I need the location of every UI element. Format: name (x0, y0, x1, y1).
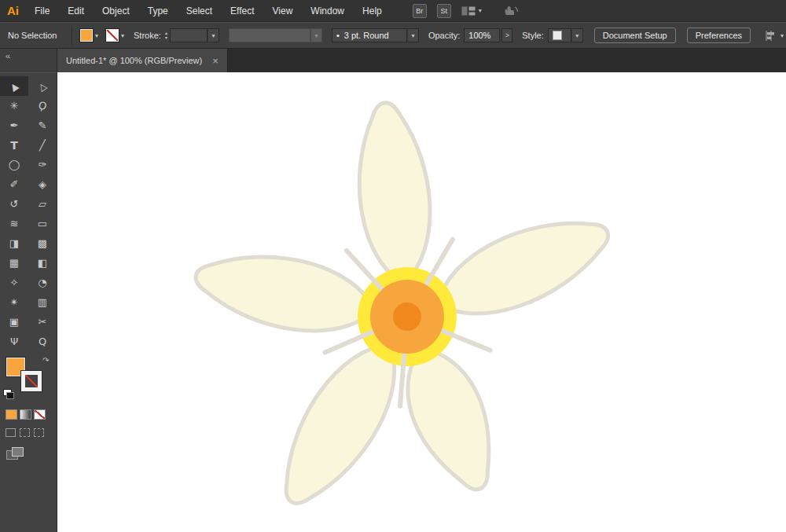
variable-width-profile-select (229, 28, 310, 42)
fill-chevron-icon[interactable]: ▾ (95, 32, 98, 39)
brush-chevron-icon[interactable]: ▾ (407, 28, 419, 42)
menu-edit[interactable]: Edit (68, 6, 84, 17)
gradient-button[interactable] (20, 409, 31, 420)
artwork[interactable] (57, 72, 786, 532)
style-swatch (553, 31, 562, 40)
stroke-weight-stepper[interactable]: ▴ ▾ (165, 31, 167, 40)
opacity-input[interactable]: 100% (464, 28, 500, 42)
selection-status: No Selection (8, 31, 64, 40)
document-tab-title: Untitled-1* @ 100% (RGB/Preview) (66, 56, 202, 65)
stepper-down-icon[interactable]: ▾ (165, 35, 167, 40)
line-segment-tool[interactable]: ╱ (28, 135, 57, 155)
scale-tool[interactable]: ▱ (28, 194, 57, 214)
variable-width-chevron-icon: ▾ (310, 28, 322, 42)
shape-builder-tool[interactable]: ◨ (0, 233, 28, 253)
draw-normal-button[interactable] (6, 428, 16, 437)
divider (72, 26, 72, 45)
stroke-color-swatch[interactable] (106, 29, 119, 42)
zoom-tool[interactable]: Q (28, 332, 57, 351)
menu-window[interactable]: Window (310, 6, 344, 17)
ellipse-tool[interactable]: ◯ (0, 155, 28, 174)
brush-preview-icon: • (336, 31, 340, 40)
graph-tool[interactable]: ▥ (28, 292, 57, 312)
none-button[interactable] (34, 409, 46, 420)
collapse-panels-button[interactable]: « (0, 49, 57, 72)
chevron-down-icon[interactable]: ▾ (479, 7, 482, 14)
swap-fill-stroke-icon[interactable]: ↷ (42, 356, 49, 365)
document-tab-bar: « Untitled-1* @ 100% (RGB/Preview) × (0, 49, 786, 72)
fill-color-swatch[interactable] (80, 29, 93, 42)
rotate-tool[interactable]: ↺ (0, 194, 28, 214)
slice-tool[interactable]: ✂ (28, 312, 57, 332)
document-setup-button[interactable]: Document Setup (594, 28, 676, 43)
control-bar: No Selection ▾ ▾ Stroke: ▴ ▾ ▾ ▾ • 3 pt.… (0, 22, 786, 49)
workspace-switcher-icon[interactable] (461, 6, 476, 16)
style-chevron-icon[interactable]: ▾ (571, 28, 583, 42)
align-chevron-icon[interactable]: ▾ (780, 32, 784, 39)
drawing-mode-buttons (0, 428, 57, 437)
opacity-label: Opacity: (428, 31, 460, 40)
menu-bar: Ai FileEditObjectTypeSelectEffectViewWin… (0, 0, 786, 22)
default-fill-stroke-icon[interactable] (3, 389, 12, 396)
lasso-tool[interactable]: Ϙ (28, 96, 57, 116)
type-tool[interactable]: T (0, 135, 28, 155)
mesh-tool[interactable]: ▦ (0, 253, 28, 273)
curvature-tool[interactable]: ✎ (28, 116, 57, 135)
direct-selection-tool[interactable]: △ (28, 76, 57, 96)
magic-wand-tool[interactable]: ✳ (0, 96, 28, 116)
tools-grid: ▲ △ ✳ Ϙ ✒ ✎ T (0, 73, 57, 351)
align-icon (765, 30, 778, 42)
menu-help[interactable]: Help (362, 6, 382, 17)
draw-behind-button[interactable] (20, 428, 30, 437)
document-tab[interactable]: Untitled-1* @ 100% (RGB/Preview) × (57, 49, 228, 72)
opacity-flyout-button[interactable]: > (501, 28, 512, 42)
hand-tool[interactable]: Ψ (0, 332, 28, 351)
color-button[interactable] (6, 409, 17, 420)
symbol-sprayer-tool[interactable]: ✴ (0, 292, 28, 312)
tools-panel: ▲ △ ✳ Ϙ ✒ ✎ T (0, 72, 57, 532)
pen-tool[interactable]: ✒ (0, 116, 28, 135)
selection-tool[interactable]: ▲ (0, 76, 28, 96)
menu-select[interactable]: Select (186, 6, 212, 17)
color-mode-buttons (0, 409, 57, 420)
stroke-label: Stroke: (134, 31, 161, 40)
paintbrush-tool[interactable]: ✑ (28, 155, 57, 174)
bridge-button[interactable]: Br (413, 4, 427, 18)
menu-effect[interactable]: Effect (230, 6, 254, 17)
stroke-swatch[interactable] (21, 371, 42, 391)
menu-file[interactable]: File (35, 6, 50, 17)
align-options[interactable]: ▾ (765, 30, 784, 42)
app-logo[interactable]: Ai (7, 4, 19, 17)
blend-tool[interactable]: ◔ (28, 273, 57, 292)
preferences-button[interactable]: Preferences (687, 28, 751, 43)
brush-definition-select[interactable]: • 3 pt. Round (332, 28, 407, 42)
close-icon[interactable]: × (212, 56, 219, 66)
screen-mode-button[interactable] (6, 447, 25, 461)
style-select[interactable] (548, 28, 571, 42)
menu-type[interactable]: Type (148, 6, 168, 17)
fill-stroke-indicator: ↷ (0, 356, 57, 402)
touch-workspace-icon[interactable] (502, 5, 520, 17)
collapse-icon: « (6, 51, 10, 61)
stroke-chevron-icon[interactable]: ▾ (121, 32, 124, 39)
draw-inside-button[interactable] (34, 428, 44, 437)
main-menu: FileEditObjectTypeSelectEffectViewWindow… (35, 6, 400, 17)
menu-view[interactable]: View (273, 6, 293, 17)
perspective-grid-tool[interactable]: ▩ (28, 233, 57, 253)
gradient-tool[interactable]: ◧ (28, 253, 57, 273)
eraser-tool[interactable]: ◈ (28, 174, 57, 194)
artboard-tool[interactable]: ▣ (0, 312, 28, 332)
pencil-tool[interactable]: ✐ (0, 174, 28, 194)
brush-name: 3 pt. Round (344, 31, 389, 40)
free-transform-tool[interactable]: ▭ (28, 214, 57, 233)
stroke-weight-select[interactable] (170, 28, 208, 42)
menu-object[interactable]: Object (102, 6, 130, 17)
stroke-weight-chevron-icon[interactable]: ▾ (208, 28, 219, 42)
stock-button[interactable]: St (437, 4, 451, 18)
artboard-canvas[interactable] (57, 72, 786, 532)
eyedropper-tool[interactable]: ✧ (0, 273, 28, 292)
style-label: Style: (522, 31, 544, 40)
width-tool[interactable]: ≋ (0, 214, 28, 233)
